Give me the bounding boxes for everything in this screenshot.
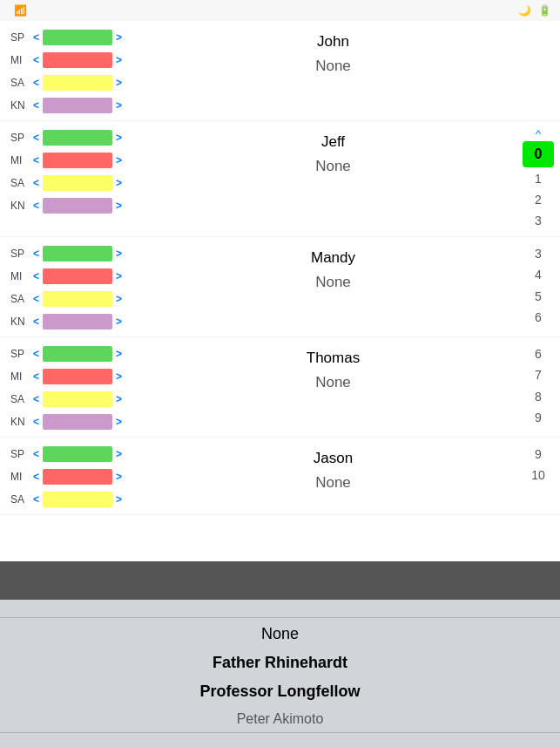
- status-left: 📶: [9, 4, 27, 17]
- picker-item[interactable]: None: [0, 620, 560, 649]
- slider-left-arrow[interactable]: <: [33, 416, 39, 428]
- number-item[interactable]: 9: [516, 445, 560, 464]
- number-col: ^0123: [516, 128, 560, 231]
- number-item[interactable]: 3: [516, 244, 560, 263]
- person-info: JasonNone: [150, 445, 516, 492]
- slider-right-arrow[interactable]: >: [116, 293, 122, 305]
- number-item[interactable]: 4: [516, 265, 560, 284]
- number-item[interactable]: 1: [516, 169, 560, 188]
- person-info: ThomasNone: [150, 344, 516, 391]
- caret-up-icon[interactable]: ^: [536, 128, 541, 139]
- battery-icon: 🔋: [538, 4, 551, 17]
- slider-right-arrow[interactable]: >: [116, 393, 122, 405]
- slider-color-bar: [43, 446, 112, 462]
- number-item[interactable]: 8: [516, 387, 560, 406]
- number-item[interactable]: 6: [516, 344, 560, 363]
- slider-label: SP: [10, 248, 30, 260]
- slider-row: MI<>: [10, 367, 150, 386]
- person-group: SP<>MI<>SA<>JasonNone910: [0, 438, 560, 515]
- status-right: 🌙 🔋: [518, 4, 551, 17]
- number-item[interactable]: 6: [516, 308, 560, 327]
- slider-row: SP<>: [10, 244, 150, 263]
- slider-label: SA: [10, 77, 30, 89]
- bottom-toolbar: [0, 561, 560, 600]
- slider-right-arrow[interactable]: >: [116, 54, 122, 66]
- slider-color-bar: [43, 130, 112, 146]
- number-item[interactable]: 2: [516, 190, 560, 209]
- slider-left-arrow[interactable]: <: [33, 270, 39, 282]
- slider-left-arrow[interactable]: <: [33, 370, 39, 383]
- slider-right-arrow[interactable]: >: [116, 448, 122, 460]
- slider-right-arrow[interactable]: >: [116, 31, 122, 44]
- slider-color-bar: [43, 52, 112, 68]
- slider-row: SP<>: [10, 344, 150, 363]
- slider-left-arrow[interactable]: <: [33, 293, 39, 305]
- slider-right-arrow[interactable]: >: [116, 316, 122, 328]
- slider-row: SP<>: [10, 445, 150, 464]
- slider-right-arrow[interactable]: >: [116, 471, 122, 483]
- slider-label: KN: [10, 416, 30, 428]
- slider-left-arrow[interactable]: <: [33, 448, 39, 460]
- slider-right-arrow[interactable]: >: [116, 348, 122, 360]
- slider-left-arrow[interactable]: <: [33, 348, 39, 360]
- slider-left-arrow[interactable]: <: [33, 99, 39, 112]
- picker-item[interactable]: Father Rhinehardt: [0, 649, 560, 677]
- slider-label: SP: [10, 132, 30, 144]
- picker-area: NoneFather RhinehardtProfessor Longfello…: [0, 600, 560, 747]
- slider-row: MI<>: [10, 267, 150, 286]
- slider-row: KN<>: [10, 312, 150, 331]
- slider-right-arrow[interactable]: >: [116, 200, 122, 212]
- slider-right-arrow[interactable]: >: [116, 248, 122, 260]
- person-sub: None: [315, 474, 351, 492]
- slider-left-arrow[interactable]: <: [33, 154, 39, 166]
- number-item[interactable]: 3: [516, 211, 560, 230]
- number-item[interactable]: 7: [516, 365, 560, 384]
- number-item[interactable]: 9: [516, 408, 560, 427]
- scroll-area: SP<>MI<>SA<>KN<>JohnNoneSP<>MI<>SA<>KN<>…: [0, 21, 560, 561]
- slider-row: SA<>: [10, 490, 150, 509]
- number-item[interactable]: 5: [516, 287, 560, 306]
- slider-label: KN: [10, 316, 30, 328]
- slider-color-bar: [43, 153, 112, 168]
- slider-left-arrow[interactable]: <: [33, 177, 39, 189]
- slider-color-bar: [43, 268, 112, 284]
- slider-right-arrow[interactable]: >: [116, 493, 122, 506]
- picker-divider-bottom: [0, 732, 560, 733]
- slider-left-arrow[interactable]: <: [33, 31, 39, 44]
- status-bar: 📶 🌙 🔋: [0, 0, 560, 21]
- person-info: MandyNone: [150, 244, 516, 291]
- picker-item[interactable]: Professor Longfellow: [0, 677, 560, 706]
- slider-right-arrow[interactable]: >: [116, 416, 122, 428]
- slider-left-arrow[interactable]: <: [33, 493, 39, 506]
- slider-label: KN: [10, 200, 30, 212]
- slider-color-bar: [43, 30, 112, 45]
- slider-right-arrow[interactable]: >: [116, 177, 122, 189]
- slider-right-arrow[interactable]: >: [116, 154, 122, 166]
- picker-item[interactable]: Peter Akimoto: [0, 706, 560, 732]
- slider-label: SA: [10, 177, 30, 189]
- slider-left-arrow[interactable]: <: [33, 248, 39, 260]
- number-item[interactable]: 10: [516, 465, 560, 485]
- slider-row: SP<>: [10, 128, 150, 147]
- slider-right-arrow[interactable]: >: [116, 370, 122, 383]
- slider-label: KN: [10, 99, 30, 112]
- slider-left-arrow[interactable]: <: [33, 393, 39, 405]
- person-sub: None: [315, 274, 351, 291]
- sliders-col: SP<>MI<>SA<>KN<>: [10, 28, 150, 115]
- slider-left-arrow[interactable]: <: [33, 132, 39, 144]
- number-col: 3456: [516, 244, 560, 328]
- person-sub: None: [315, 374, 351, 391]
- slider-right-arrow[interactable]: >: [116, 99, 122, 112]
- slider-left-arrow[interactable]: <: [33, 54, 39, 66]
- number-item[interactable]: 0: [523, 141, 554, 167]
- slider-left-arrow[interactable]: <: [33, 471, 39, 483]
- slider-right-arrow[interactable]: >: [116, 132, 122, 144]
- slider-right-arrow[interactable]: >: [116, 77, 122, 89]
- slider-color-bar: [43, 391, 112, 407]
- slider-color-bar: [43, 98, 112, 113]
- slider-left-arrow[interactable]: <: [33, 316, 39, 328]
- slider-right-arrow[interactable]: >: [116, 270, 122, 282]
- person-info: JohnNone: [150, 28, 516, 75]
- slider-left-arrow[interactable]: <: [33, 77, 39, 89]
- slider-left-arrow[interactable]: <: [33, 200, 39, 212]
